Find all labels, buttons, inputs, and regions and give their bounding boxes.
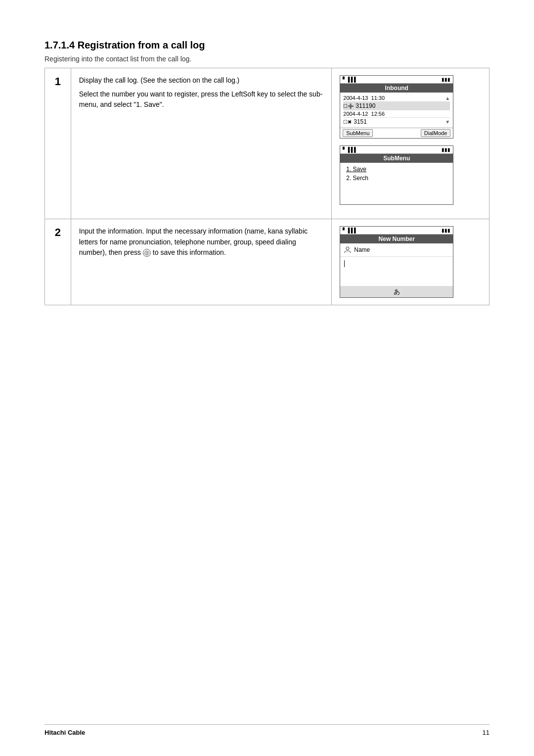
screen-title-submenu: SubMenu	[340, 154, 453, 163]
call-log-screen: ▘▐▐▐ ▮▮▮ Inbound 2004-4-13 11:30 ▲ ☐➕	[340, 75, 453, 139]
svg-point-0	[346, 247, 349, 250]
page-footer: Hitachi Cable 11	[44, 724, 490, 736]
call-row-1: 2004-4-13 11:30 ▲	[343, 94, 450, 102]
screen-header-3: ▘▐▐▐ ▮▮▮	[340, 227, 453, 235]
step-1-images: ▘▐▐▐ ▮▮▮ Inbound 2004-4-13 11:30 ▲ ☐➕	[332, 68, 490, 219]
menu-item-search[interactable]: 2. Serch	[343, 174, 450, 183]
footer-brand: Hitachi Cable	[44, 729, 85, 736]
screen-title-inbound: Inbound	[340, 84, 453, 93]
step-2-images: ▘▐▐▐ ▮▮▮ New Number Name	[332, 219, 490, 305]
battery-icon-3: ▮▮▮	[442, 228, 450, 233]
steps-table: 1 Display the call log. (See the section…	[44, 68, 490, 305]
call-number-1: 311190	[356, 102, 375, 109]
call-number-2: 3151	[354, 118, 367, 125]
name-row: Name	[340, 243, 453, 257]
table-row: 1 Display the call log. (See the section…	[45, 68, 490, 219]
battery-icon: ▮▮▮	[442, 77, 450, 82]
footer-page: 11	[483, 729, 490, 736]
text-input-area[interactable]	[340, 257, 453, 286]
submenu-body: 1. Save 2. Serch	[340, 163, 453, 204]
signal-icon: ▘▐▐▐	[343, 77, 355, 82]
step-2-line1: Input the information. Input the necessa…	[79, 226, 324, 258]
step-number-1: 1	[45, 68, 71, 219]
call-row-4: ☐✖ 3151 ▼	[343, 118, 450, 126]
missed-call-icon: ☐✖	[343, 119, 352, 125]
step-1-line1: Display the call log. (See the section o…	[79, 75, 324, 86]
call-row-2: ☐➕ 311190	[343, 102, 450, 110]
step-number-2: 2	[45, 219, 71, 305]
menu-item-save[interactable]: 1. Save	[343, 165, 450, 174]
step-text-1: Display the call log. (See the section o…	[71, 68, 332, 219]
call-log-body: 2004-4-13 11:30 ▲ ☐➕ 311190 2004-4-12 12…	[340, 93, 453, 128]
signal-icon-3: ▘▐▐▐	[343, 228, 355, 233]
screen-header: ▘▐▐▐ ▮▮▮	[340, 76, 453, 84]
page: 1.7.1.4 Registration from a call log Reg…	[0, 0, 534, 756]
section-subtitle: Registering into the contact list from t…	[44, 55, 490, 63]
submenu-screen: ▘▐▐▐ ▮▮▮ SubMenu 1. Save 2. Serch	[340, 145, 453, 205]
call-row-3: 2004-4-12 12:56	[343, 110, 450, 118]
battery-icon-2: ▮▮▮	[442, 147, 450, 152]
submenu-button[interactable]: SubMenu	[343, 129, 373, 137]
new-number-screen: ▘▐▐▐ ▮▮▮ New Number Name	[340, 226, 453, 298]
contact-icon	[343, 245, 352, 254]
incoming-call-icon: ☐➕	[343, 103, 354, 109]
screen-header-2: ▘▐▐▐ ▮▮▮	[340, 146, 453, 154]
scroll-down-icon: ▼	[445, 119, 450, 125]
step-text-2: Input the information. Input the necessa…	[71, 219, 332, 305]
section-title: 1.7.1.4 Registration from a call log	[44, 40, 490, 51]
screen-footer: SubMenu DialMode	[340, 128, 453, 138]
signal-icon-2: ▘▐▐▐	[343, 147, 355, 152]
scroll-up-icon: ▲	[445, 95, 450, 101]
step-1-line2: Select the number you want to register, …	[79, 89, 324, 110]
screen-title-new-number: New Number	[340, 235, 453, 243]
dialmode-button[interactable]: DialMode	[421, 129, 450, 137]
kana-input-bar[interactable]: あ	[340, 286, 453, 297]
text-cursor	[344, 260, 345, 267]
table-row-2: 2 Input the information. Input the neces…	[45, 219, 490, 305]
name-label: Name	[354, 246, 370, 253]
ok-button-icon: Ⓞ	[143, 249, 151, 257]
